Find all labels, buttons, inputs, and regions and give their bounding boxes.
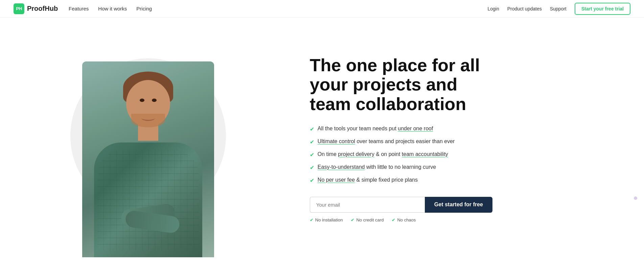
features-list: ✔ All the tools your team needs put unde… xyxy=(310,125,499,185)
badge-label-3: No chaos xyxy=(397,217,416,222)
feature-item-1: ✔ All the tools your team needs put unde… xyxy=(310,125,499,133)
hero-title: The one place for all your projects and … xyxy=(310,56,499,114)
check-icon-5: ✔ xyxy=(310,177,314,185)
hero-image-area xyxy=(0,21,296,257)
nav-support[interactable]: Support xyxy=(550,6,567,11)
nav-login[interactable]: Login xyxy=(487,6,499,11)
highlight-ultimate-control: Ultimate control xyxy=(318,138,355,144)
nav-start-trial-button[interactable]: Start your free trial xyxy=(575,3,630,15)
navbar: PH ProofHub Features How it works Pricin… xyxy=(0,0,644,18)
highlight-team-accountability: team accountability xyxy=(402,151,448,157)
badge-no-installation: ✔ No installation xyxy=(310,217,343,222)
dot-decoration xyxy=(634,196,637,200)
form-badges: ✔ No installation ✔ No credit card ✔ No … xyxy=(310,217,499,222)
nav-right: Login Product updates Support Start your… xyxy=(487,3,630,15)
badge-check-2: ✔ xyxy=(351,217,354,222)
badge-no-credit-card: ✔ No credit card xyxy=(351,217,384,222)
badge-no-chaos: ✔ No chaos xyxy=(392,217,416,222)
email-form: Get started for free xyxy=(310,197,499,213)
badge-check-3: ✔ xyxy=(392,217,395,222)
logo[interactable]: PH ProofHub xyxy=(14,3,58,14)
feature-item-4: ✔ Easy-to-understand with little to no l… xyxy=(310,163,499,172)
hero-person-image xyxy=(82,61,214,257)
badge-label-1: No installation xyxy=(315,217,343,222)
nav-left: PH ProofHub Features How it works Pricin… xyxy=(14,3,152,14)
check-icon-1: ✔ xyxy=(310,125,314,133)
nav-links: Features How it works Pricing xyxy=(69,6,152,11)
logo-name: ProofHub xyxy=(27,5,58,12)
hero-content: The one place for all your projects and … xyxy=(296,35,520,243)
get-started-button[interactable]: Get started for free xyxy=(425,197,492,213)
nav-link-features[interactable]: Features xyxy=(69,6,89,11)
badge-check-1: ✔ xyxy=(310,217,314,222)
badge-label-2: No credit card xyxy=(356,217,384,222)
nav-link-pricing[interactable]: Pricing xyxy=(136,6,152,11)
hero-section: The one place for all your projects and … xyxy=(0,18,644,261)
nav-product-updates[interactable]: Product updates xyxy=(507,6,542,11)
check-icon-2: ✔ xyxy=(310,138,314,146)
logo-icon: PH xyxy=(14,3,24,14)
feature-item-3: ✔ On time project delivery & on point te… xyxy=(310,150,499,159)
highlight-no-per-user-fee: No per user fee xyxy=(318,177,355,183)
feature-item-2: ✔ Ultimate control over teams and projec… xyxy=(310,137,499,146)
nav-link-how-it-works[interactable]: How it works xyxy=(98,6,127,11)
feature-item-5: ✔ No per user fee & simple fixed price p… xyxy=(310,176,499,185)
check-icon-3: ✔ xyxy=(310,151,314,159)
highlight-easy-to-understand: Easy-to-understand xyxy=(318,164,365,170)
bottom-section: L♥ved by 85,000+ teams and businesses wo… xyxy=(0,261,644,263)
highlight-under-one-roof: under one roof xyxy=(398,126,433,131)
highlight-project-delivery: project delivery xyxy=(338,151,374,157)
email-input[interactable] xyxy=(310,197,425,213)
check-icon-4: ✔ xyxy=(310,164,314,172)
